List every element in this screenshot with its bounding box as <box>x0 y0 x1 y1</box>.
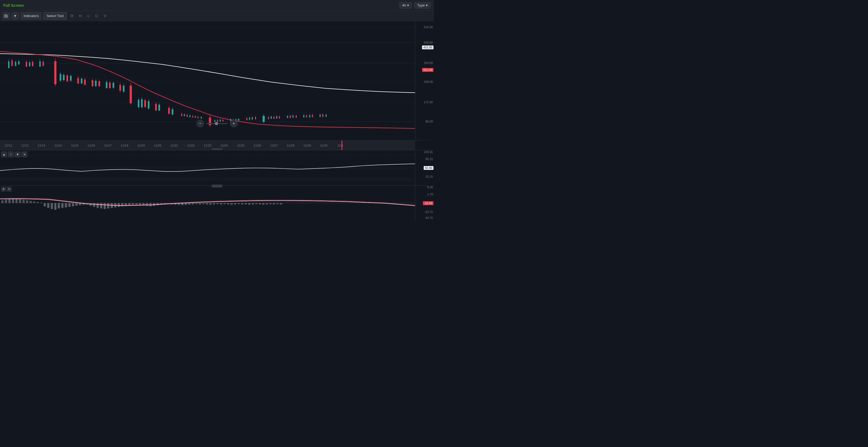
svg-rect-219 <box>245 203 247 205</box>
svg-rect-178 <box>100 203 102 209</box>
date-1119: 11/19 <box>137 144 145 147</box>
svg-rect-187 <box>132 203 134 205</box>
date-1127: 11/27 <box>270 144 278 147</box>
zoom-slider-thumb <box>215 122 218 125</box>
header: Full Screen 4h ▾ Type ▾ <box>0 0 434 11</box>
date-1114: 11/14 <box>54 144 62 147</box>
macd-price-1: 1.79 <box>427 193 433 196</box>
low-label: L: <box>87 14 90 18</box>
svg-rect-151 <box>5 200 7 203</box>
low-item: L: <box>87 14 91 18</box>
macd-close-button[interactable]: ✕ <box>7 187 12 192</box>
rsi-price-axis: 109.31 80.31 50.90 22.31 <box>415 150 434 185</box>
svg-rect-223 <box>259 203 261 205</box>
select-tool-label: Select Tool <box>46 14 63 18</box>
svg-rect-152 <box>8 199 10 203</box>
ohlcv-bar: O: H: L: C: V: <box>70 14 107 18</box>
svg-rect-155 <box>19 199 21 203</box>
macd-panel-controls: ⚙ ✕ <box>1 187 12 192</box>
type-button[interactable]: Type ▾ <box>414 2 431 9</box>
header-right: 4h ▾ Type ▾ <box>399 2 431 9</box>
indicators-label: Indicators <box>24 14 39 18</box>
svg-rect-226 <box>269 203 272 204</box>
price-516: 516.00 <box>424 26 433 29</box>
macd-price-neg23: -23.72 <box>425 210 433 213</box>
price-172: 172.00 <box>424 101 433 104</box>
camera-icon <box>4 14 8 18</box>
high-label: H: <box>79 14 83 18</box>
macd-icon-button[interactable]: ⚙ <box>1 187 6 192</box>
main-chart-container[interactable]: 516.00 430.00 403.85 344.00 310.44 258.0… <box>0 21 434 140</box>
svg-rect-2 <box>5 14 6 15</box>
rsi-up-button[interactable]: ▲ <box>1 151 7 158</box>
zoom-out-button[interactable]: − <box>196 120 204 127</box>
screenshot-button[interactable] <box>2 12 10 20</box>
svg-rect-180 <box>107 203 109 209</box>
date-1130: 11/30 <box>320 144 328 147</box>
svg-rect-221 <box>252 203 254 205</box>
svg-point-1 <box>5 15 7 17</box>
svg-rect-213 <box>223 203 226 204</box>
date-1122: 11/22 <box>187 144 195 147</box>
price-86: 86.00 <box>425 120 433 123</box>
svg-rect-209 <box>209 203 212 205</box>
rsi-drag-handle[interactable] <box>212 148 222 150</box>
arrow-down-icon: ▼ <box>13 14 17 18</box>
rsi-close-button[interactable]: ✕ <box>22 151 27 158</box>
zoom-in-button[interactable]: + <box>230 120 238 127</box>
macd-price-neg10: -10.65 <box>423 201 433 205</box>
price-axis: 516.00 430.00 403.85 344.00 310.44 258.0… <box>415 21 434 140</box>
svg-rect-210 <box>213 203 215 205</box>
date-1129: 11/29 <box>303 144 311 147</box>
rsi-line-chart <box>0 150 415 185</box>
macd-drag-handle[interactable] <box>212 184 222 186</box>
svg-rect-171 <box>75 203 78 206</box>
price-403: 403.85 <box>422 45 433 49</box>
date-1111: 11/11 <box>5 144 12 147</box>
svg-rect-170 <box>72 203 74 206</box>
arrow-down-button[interactable]: ▼ <box>11 12 19 20</box>
svg-rect-169 <box>68 203 70 207</box>
zoom-slider[interactable] <box>206 123 228 124</box>
price-310: 310.44 <box>422 68 433 72</box>
full-screen-label: Full Screen <box>3 3 24 8</box>
svg-rect-157 <box>26 201 28 203</box>
svg-rect-202 <box>185 203 187 205</box>
svg-rect-216 <box>234 203 236 205</box>
rsi-down-button[interactable]: ▼ <box>14 151 21 158</box>
type-label: Type <box>417 3 425 7</box>
date-1118: 11/18 <box>121 144 128 147</box>
indicators-button[interactable]: Indicators <box>21 12 42 20</box>
rsi-price-50: 50.90 <box>424 166 433 170</box>
rsi-price-109: 109.31 <box>424 150 433 153</box>
date-1124: 11/24 <box>220 144 228 147</box>
rsi-fullscreen-button[interactable]: ⤢ <box>8 151 14 158</box>
open-item: O: <box>70 14 75 18</box>
svg-rect-222 <box>255 203 257 204</box>
svg-rect-215 <box>230 203 233 205</box>
open-label: O: <box>70 14 74 18</box>
svg-rect-158 <box>30 201 32 203</box>
svg-rect-162 <box>44 203 46 206</box>
svg-rect-166 <box>58 203 60 209</box>
close-item: C: <box>95 14 99 18</box>
svg-rect-218 <box>241 203 243 205</box>
svg-rect-227 <box>273 203 275 205</box>
date-1128: 11/28 <box>287 144 294 147</box>
svg-rect-212 <box>220 203 222 205</box>
select-tool-button[interactable]: Select Tool <box>43 12 66 20</box>
macd-price-axis: 9.28 1.79 -10.65 -23.72 -34.72 <box>415 185 434 220</box>
svg-rect-204 <box>192 203 194 205</box>
date-1115: 11/15 <box>71 144 79 147</box>
timeframe-button[interactable]: 4h ▾ <box>399 2 412 9</box>
svg-rect-153 <box>12 199 14 203</box>
zoom-controls: − + <box>196 120 238 127</box>
current-time-line <box>341 141 342 150</box>
header-left: Full Screen <box>3 3 24 8</box>
macd-histogram-chart <box>0 185 415 220</box>
date-1125: 11/25 <box>237 144 245 147</box>
timeframe-label: 4h <box>402 3 406 7</box>
svg-rect-160 <box>37 202 39 203</box>
price-344: 344.00 <box>424 61 433 65</box>
svg-rect-205 <box>195 203 197 204</box>
